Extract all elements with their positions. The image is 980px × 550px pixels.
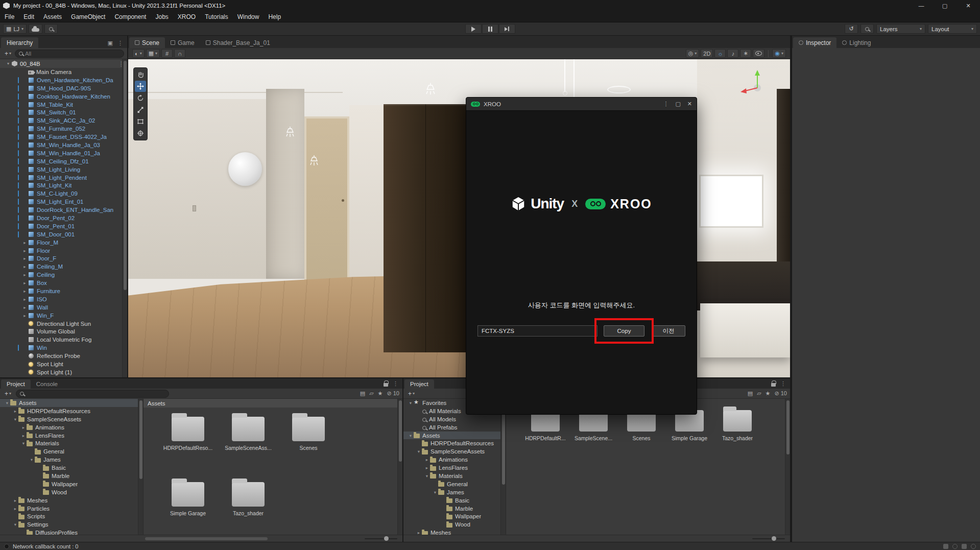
menu-item[interactable]: Help	[264, 12, 285, 21]
expand-arrow[interactable]: ▸	[12, 409, 18, 414]
asset-folder[interactable]: Scenes	[278, 417, 339, 482]
folder-tree-item[interactable]: Wallpaper	[403, 512, 506, 520]
search-by-label-icon[interactable]: ▱	[757, 390, 761, 397]
expand-arrow[interactable]: ▸	[21, 280, 28, 285]
asset-folder[interactable]: Simple Garage	[158, 482, 218, 535]
menu-item[interactable]: File	[0, 12, 19, 21]
icon-size-slider[interactable]	[752, 538, 785, 539]
hierarchy-item[interactable]: Win	[0, 344, 122, 352]
hierarchy-item[interactable]: Spot Light	[0, 360, 122, 368]
scene-wardrobe[interactable]	[384, 104, 467, 352]
folder-tree-item[interactable]: General	[403, 480, 506, 488]
hierarchy-item[interactable]: SM_Hood_DAC-90S	[0, 84, 122, 92]
scene-view-tab[interactable]: Shader_Base_Ja_01	[200, 37, 276, 48]
hierarchy-item[interactable]: SM_C-Light_09	[0, 189, 122, 198]
tree-scrollbar[interactable]	[500, 399, 506, 535]
scene-visibility-toggle[interactable]	[753, 49, 764, 58]
hierarchy-item[interactable]: SM_Win_Handle_01_Ja	[0, 149, 122, 157]
asset-folder[interactable]: SampleScene...	[569, 410, 617, 466]
hierarchy-item[interactable]: SM_Light_Living	[0, 165, 122, 174]
hierarchy-item[interactable]: ▸ Ceiling_M	[0, 262, 122, 271]
dock-icon[interactable]: ▣	[108, 40, 113, 46]
expand-arrow[interactable]: ▸	[21, 313, 28, 318]
expand-arrow[interactable]: ▸	[20, 433, 27, 438]
lock-icon[interactable]	[384, 383, 388, 387]
menu-item[interactable]: Edit	[19, 12, 39, 21]
mode-2d-toggle[interactable]: 2D	[701, 49, 713, 58]
cloud-button[interactable]	[29, 24, 42, 34]
folder-tree-item[interactable]: Basic	[403, 496, 506, 505]
menu-item[interactable]: GameObject	[66, 12, 110, 21]
hierarchy-item[interactable]: ▸ Win_F	[0, 312, 122, 320]
expand-arrow[interactable]: ▸	[21, 264, 28, 269]
kebab-menu-icon[interactable]: ⋮	[393, 380, 398, 387]
expand-arrow[interactable]: ▸	[12, 498, 18, 503]
asset-folder[interactable]: HDRPDefaultReso...	[158, 417, 218, 482]
move-tool-button[interactable]	[135, 81, 146, 92]
folder-tree-item[interactable]: ▾ Materials	[0, 439, 143, 447]
expand-arrow[interactable]: ▾	[20, 441, 27, 446]
expand-arrow[interactable]: ▸	[424, 457, 430, 462]
tree-scrollbar[interactable]	[138, 399, 143, 535]
layers-dropdown[interactable]: Layers ▾	[876, 24, 925, 34]
folder-tree-item[interactable]: ▾ SampleSceneAssets	[0, 415, 143, 423]
dialog-maximize-button[interactable]: ▢	[675, 101, 680, 107]
status-icon[interactable]	[971, 544, 976, 549]
folder-tree-item[interactable]: Wood	[0, 488, 143, 496]
slider-knob[interactable]	[772, 536, 776, 541]
hierarchy-item[interactable]: ▸ Floor	[0, 247, 122, 255]
hierarchy-item[interactable]: SM_Furniture_052	[0, 125, 122, 133]
hierarchy-item[interactable]: SM_Door_001	[0, 230, 122, 238]
search-button[interactable]	[44, 24, 58, 34]
expand-arrow[interactable]: ▸	[20, 425, 27, 430]
menu-item[interactable]: XROO	[173, 12, 200, 21]
asset-folder[interactable]: Scenes	[617, 410, 665, 466]
folder-tree-item[interactable]: ▸ Animations	[0, 423, 143, 432]
folder-tree-item[interactable]: All Models	[403, 415, 506, 423]
scrollbar-thumb[interactable]	[124, 61, 127, 290]
hierarchy-item[interactable]: SM_Light_Ent_01	[0, 198, 122, 206]
project-panel-tab[interactable]: Project	[404, 379, 434, 389]
hierarchy-item[interactable]: ▸ Ceiling	[0, 271, 122, 279]
orientation-gizmo[interactable]	[736, 67, 773, 104]
folder-tree-item[interactable]: HDRPDefaultResources	[403, 439, 506, 447]
hierarchy-item[interactable]: SM_Table_Kit	[0, 101, 122, 109]
hierarchy-search-field[interactable]	[15, 50, 124, 58]
expand-arrow[interactable]: ▾	[12, 417, 18, 422]
folder-tree-item[interactable]: Marble	[0, 472, 143, 480]
folder-tree-item[interactable]: Basic	[0, 464, 143, 472]
create-asset-button[interactable]: + ▾	[3, 390, 13, 397]
hierarchy-item[interactable]: Volume Global	[0, 328, 122, 336]
hierarchy-item[interactable]: Directional Light Sun	[0, 320, 122, 328]
hierarchy-item[interactable]: Local Volumetric Fog	[0, 336, 122, 344]
expand-arrow[interactable]: ▾	[424, 473, 430, 479]
status-icon[interactable]	[943, 544, 948, 549]
folder-tree-item[interactable]: Scripts	[0, 512, 143, 520]
camera-settings-dropdown[interactable]: ◎▾	[686, 49, 700, 58]
expand-arrow[interactable]: ▾	[408, 400, 414, 405]
account-button[interactable]: ▦ LJ ▾	[3, 24, 27, 34]
inspector-tab[interactable]: Inspector	[793, 37, 836, 48]
rotate-tool-button[interactable]	[135, 92, 146, 104]
maximize-button[interactable]: ▢	[933, 0, 957, 11]
search-by-type-icon[interactable]: ▤	[748, 390, 753, 397]
folder-tree-item[interactable]: ▾ Assets	[403, 432, 506, 440]
folder-tree-item[interactable]: ▾ James	[0, 456, 143, 464]
expand-arrow[interactable]: ▸	[21, 289, 28, 294]
folder-tree-item[interactable]: ▾ SampleSceneAssets	[403, 447, 506, 456]
transform-tool-button[interactable]	[135, 128, 146, 139]
hierarchy-item[interactable]: SM_Fauset_DSS-4022_Ja	[0, 133, 122, 141]
folder-tree-item[interactable]: ▸ Animations	[403, 456, 506, 464]
inspector-tab[interactable]: Lighting	[836, 37, 876, 48]
spot-light-gizmo[interactable]	[422, 81, 439, 98]
kebab-menu-icon[interactable]: ⋮	[663, 101, 668, 107]
hierarchy-item[interactable]: ▸ ISO	[0, 295, 122, 303]
snap-magnet-button[interactable]: ∩	[174, 49, 185, 58]
reflection-probe-gizmo[interactable]	[228, 152, 262, 186]
expand-arrow[interactable]: ▾	[7, 61, 9, 66]
folder-tree-item[interactable]: ▾ James	[403, 488, 506, 496]
scrollbar-thumb[interactable]	[786, 400, 790, 455]
expand-arrow[interactable]: ▾	[29, 457, 35, 462]
step-button[interactable]	[499, 24, 515, 34]
gizmos-dropdown[interactable]: ◉▾	[772, 49, 786, 58]
